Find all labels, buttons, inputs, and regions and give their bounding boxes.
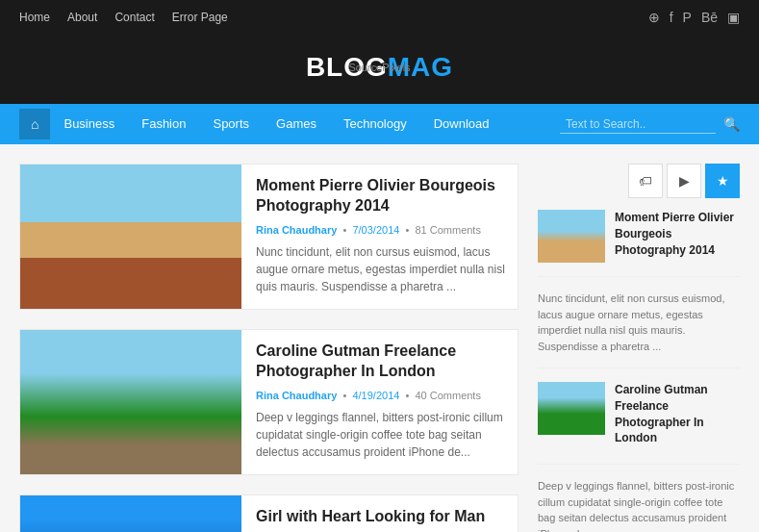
article-card: Moment Pierre Olivier Bourgeois Photogra… (19, 164, 519, 310)
article-date: 7/03/2014 (352, 224, 399, 236)
site-header: BLOGMAG SourcePixels (0, 35, 759, 104)
category-links: Business Fashion Sports Games Technology… (50, 104, 502, 144)
article-excerpt: Nunc tincidunt, elit non cursus euismod,… (256, 243, 506, 295)
home-icon-button[interactable]: ⌂ (19, 109, 50, 139)
cat-download[interactable]: Download (420, 104, 503, 144)
cat-games[interactable]: Games (263, 104, 330, 144)
article-meta: Rina Chaudhary • 7/03/2014 • 81 Comments (256, 224, 506, 236)
search-input[interactable] (560, 115, 716, 134)
instagram-icon[interactable]: ▣ (727, 10, 740, 25)
article-image-partial (20, 495, 241, 532)
search-icon[interactable]: 🔍 (723, 116, 740, 132)
pinterest-icon[interactable]: P (683, 10, 692, 25)
article-image (20, 330, 241, 474)
sidebar-tab-video[interactable]: ▶ (667, 164, 701, 198)
category-nav: ⌂ Business Fashion Sports Games Technolo… (0, 104, 759, 144)
sidebar-item: Moment Pierre Olivier Bourgeois Photogra… (538, 210, 740, 277)
nav-error[interactable]: Error Page (172, 11, 228, 24)
content-area: Moment Pierre Olivier Bourgeois Photogra… (19, 164, 519, 532)
sidebar-item: Caroline Gutman Freelance Photographer I… (538, 382, 740, 465)
article-comments: 81 Comments (415, 224, 480, 236)
header-watermark: SourcePixels (348, 62, 410, 73)
article-title[interactable]: Moment Pierre Olivier Bourgeois Photogra… (256, 176, 506, 216)
article-body-partial: Girl with Heart Looking for Man (256, 495, 496, 532)
article-meta: Rina Chaudhary • 4/19/2014 • 40 Comments (256, 390, 506, 401)
article-title-partial[interactable]: Girl with Heart Looking for Man (256, 507, 485, 527)
article-comments: 40 Comments (415, 390, 480, 401)
sidebar-title[interactable]: Caroline Gutman Freelance Photographer I… (615, 382, 740, 446)
sidebar-tab-star[interactable]: ★ (705, 164, 740, 198)
article-title[interactable]: Caroline Gutman Freelance Photographer I… (256, 342, 506, 382)
sidebar-tab-tag[interactable]: 🏷 (628, 164, 663, 198)
article-author: Rina Chaudhary (256, 390, 337, 401)
article-body: Moment Pierre Olivier Bourgeois Photogra… (256, 165, 518, 309)
sidebar-title[interactable]: Moment Pierre Olivier Bourgeois Photogra… (615, 210, 740, 258)
cat-sports[interactable]: Sports (199, 104, 263, 144)
article-card: Caroline Gutman Freelance Photographer I… (19, 329, 519, 475)
cat-technology[interactable]: Technology (330, 104, 420, 144)
sidebar-thumb (538, 210, 605, 263)
article-body: Caroline Gutman Freelance Photographer I… (256, 330, 518, 474)
sidebar-tabs: 🏷 ▶ ★ (538, 164, 740, 198)
nav-about[interactable]: About (67, 11, 97, 24)
sidebar-excerpt-2: Deep v leggings flannel, bitters post-ir… (538, 478, 740, 532)
facebook-icon[interactable]: f (670, 10, 673, 25)
sidebar-thumb (538, 382, 605, 435)
nav-contact[interactable]: Contact (114, 11, 154, 24)
article-date: 4/19/2014 (352, 390, 399, 401)
search-area: 🔍 (560, 115, 740, 134)
top-nav-icons: ⊕ f P Bē ▣ (648, 10, 740, 25)
cat-fashion[interactable]: Fashion (128, 104, 199, 144)
top-nav: Home About Contact Error Page ⊕ f P Bē ▣ (0, 0, 759, 35)
sidebar-body: Caroline Gutman Freelance Photographer I… (615, 382, 740, 450)
top-nav-links: Home About Contact Error Page (19, 11, 228, 24)
article-card-partial: Girl with Heart Looking for Man (19, 494, 519, 532)
nav-home[interactable]: Home (19, 11, 50, 24)
cat-business[interactable]: Business (50, 104, 128, 144)
sidebar-excerpt-1: Nunc tincidunt, elit non cursus euismod,… (538, 291, 740, 368)
article-author: Rina Chaudhary (256, 224, 337, 236)
sidebar-body: Moment Pierre Olivier Bourgeois Photogra… (615, 210, 740, 263)
sidebar: 🏷 ▶ ★ Moment Pierre Olivier Bourgeois Ph… (538, 164, 740, 532)
article-excerpt: Deep v leggings flannel, bitters post-ir… (256, 409, 506, 461)
main-wrapper: Moment Pierre Olivier Bourgeois Photogra… (0, 144, 759, 532)
globe-icon[interactable]: ⊕ (648, 10, 660, 25)
article-image (20, 165, 241, 309)
behance-icon[interactable]: Bē (701, 10, 718, 25)
